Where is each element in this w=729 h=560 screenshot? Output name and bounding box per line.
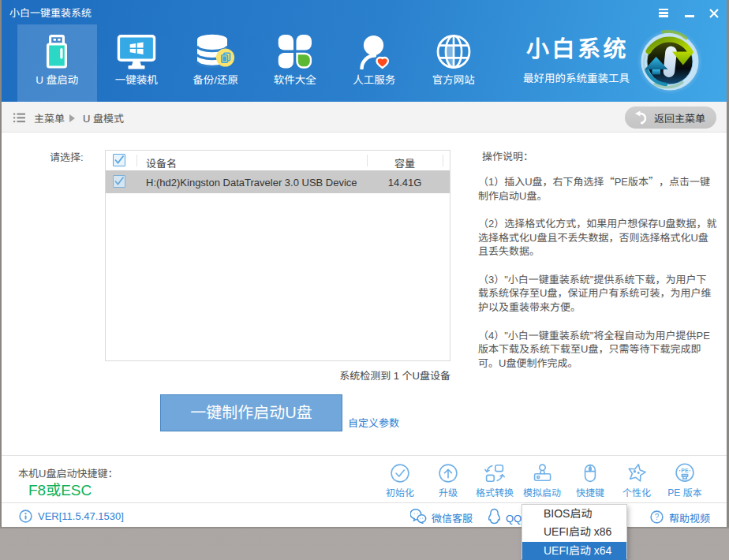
svg-text:?: ? (655, 513, 660, 521)
svg-text:PE: PE (681, 468, 689, 473)
